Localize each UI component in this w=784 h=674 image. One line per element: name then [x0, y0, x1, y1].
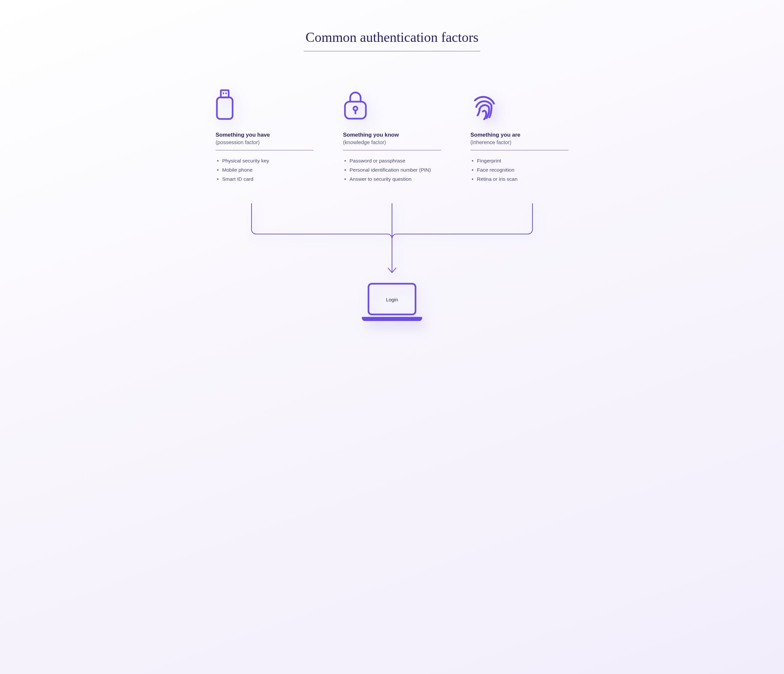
- factor-subtitle: (knowledge factor): [343, 140, 441, 145]
- factor-subtitle: (possession factor): [216, 140, 314, 145]
- factor-title: Something you are: [470, 132, 568, 138]
- factor-list: Password or passphrase Personal identifi…: [343, 156, 441, 184]
- list-item: Retina or iris scan: [470, 175, 568, 184]
- svg-rect-0: [221, 90, 229, 97]
- factor-column-inherence: Something you are (inherence factor) Fin…: [470, 87, 568, 184]
- list-item: Smart ID card: [216, 175, 314, 184]
- list-item: Physical security key: [216, 156, 314, 165]
- login-destination: Login: [216, 282, 568, 322]
- svg-rect-1: [223, 92, 224, 94]
- factor-divider: [343, 150, 441, 150]
- factor-list: Physical security key Mobile phone Smart…: [216, 156, 314, 184]
- factor-title: Something you know: [343, 132, 441, 138]
- lock-icon: [343, 87, 441, 120]
- connector-lines: [216, 203, 568, 278]
- diagram-title: Common authentication factors: [304, 30, 480, 51]
- fingerprint-icon: [470, 87, 568, 120]
- list-item: Personal identification number (PIN): [343, 165, 441, 175]
- usb-key-icon: [216, 87, 314, 120]
- list-item: Answer to security question: [343, 175, 441, 184]
- factor-title: Something you have: [216, 132, 314, 138]
- svg-rect-2: [226, 92, 227, 94]
- diagram-title-wrap: Common authentication factors: [26, 30, 758, 51]
- list-item: Password or passphrase: [343, 156, 441, 165]
- factor-column-possession: Something you have (possession factor) P…: [216, 87, 314, 184]
- list-item: Face recognition: [470, 165, 568, 175]
- factor-column-knowledge: Something you know (knowledge factor) Pa…: [343, 87, 441, 184]
- list-item: Fingerprint: [470, 156, 568, 165]
- login-label: Login: [359, 297, 425, 302]
- factor-subtitle: (inherence factor): [470, 140, 568, 145]
- factor-divider: [216, 150, 314, 150]
- factor-list: Fingerprint Face recognition Retina or i…: [470, 156, 568, 184]
- factor-columns: Something you have (possession factor) P…: [216, 87, 568, 184]
- svg-rect-3: [217, 97, 233, 119]
- list-item: Mobile phone: [216, 165, 314, 175]
- laptop-icon: Login: [359, 282, 425, 322]
- factor-divider: [470, 150, 568, 150]
